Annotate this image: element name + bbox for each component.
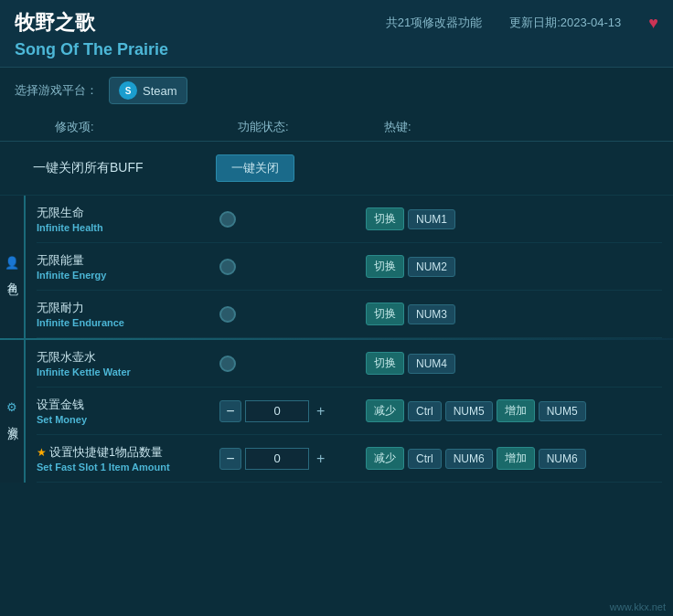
item-cn-health: 无限生命 — [37, 205, 219, 221]
hotkey-health: 切换 NUM1 — [366, 207, 662, 230]
decrement-fastslot-button[interactable]: − — [219, 448, 241, 470]
item-en-kettle: Infinite Kettle Water — [37, 366, 219, 377]
watermark: www.kkx.net — [610, 601, 666, 612]
item-info-fastslot: ★ 设置快捷键1物品数量 Set Fast Slot 1 Item Amount — [37, 444, 219, 473]
character-section: 👤 角色 无限生命 Infinite Health 切换 NUM1 — [0, 196, 673, 338]
character-icon: 👤 — [5, 256, 19, 270]
hotkey-endurance-key[interactable]: NUM3 — [408, 304, 455, 324]
hotkey-fastslot-dec-mod[interactable]: Ctrl — [408, 449, 442, 469]
item-info-health: 无限生命 Infinite Health — [37, 205, 219, 233]
hotkey-energy: 切换 NUM2 — [366, 255, 662, 278]
header: 牧野之歌 共21项修改器功能 更新日期:2023-04-13 ♥ Song Of… — [0, 0, 673, 68]
hotkey-fastslot-dec-key[interactable]: NUM6 — [445, 449, 493, 469]
hotkey-money-inc-action[interactable]: 增加 — [497, 399, 535, 422]
item-info-energy: 无限能量 Infinite Energy — [37, 252, 219, 281]
star-icon: ★ — [37, 446, 47, 459]
item-en-fastslot: Set Fast Slot 1 Item Amount — [37, 462, 219, 473]
hotkey-health-key[interactable]: NUM1 — [408, 209, 455, 229]
hotkey-money-dec-action[interactable]: 减少 — [366, 399, 404, 422]
toggle-energy — [219, 259, 366, 275]
steam-icon: S — [119, 81, 137, 100]
toggle-health — [219, 211, 366, 228]
character-side-tab: 👤 角色 — [0, 196, 26, 338]
hotkey-fastslot: 减少 Ctrl NUM6 增加 NUM6 — [366, 447, 662, 470]
character-label: 角色 — [5, 273, 20, 279]
header-meta: 共21项修改器功能 更新日期:2023-04-13 ♥ — [386, 14, 658, 33]
hotkey-endurance-action[interactable]: 切换 — [366, 303, 404, 325]
list-item: ★ 设置快捷键1物品数量 Set Fast Slot 1 Item Amount… — [37, 435, 662, 483]
plus-sign-money: + — [316, 403, 325, 420]
item-en-energy: Infinite Energy — [37, 270, 219, 281]
hotkey-energy-action[interactable]: 切换 — [366, 255, 404, 278]
toggle-endurance — [219, 306, 366, 323]
platform-steam-button[interactable]: S Steam — [109, 77, 187, 104]
favorite-button[interactable]: ♥ — [648, 14, 658, 33]
hotkey-money-inc-key[interactable]: NUM5 — [539, 401, 586, 421]
hotkey-money-dec-key[interactable]: NUM5 — [445, 401, 493, 421]
list-item: 无限能量 Infinite Energy 切换 NUM2 — [37, 243, 662, 291]
toggle-kettle-circle[interactable] — [219, 356, 236, 372]
col-header-name: 修改项: — [55, 119, 238, 135]
input-group-fastslot: − + — [219, 448, 366, 470]
resources-side-tab: ⚙ 资源 — [0, 340, 26, 483]
hotkey-endurance: 切换 NUM3 — [366, 303, 662, 325]
meta-count: 共21项修改器功能 — [386, 15, 482, 31]
item-cn-energy: 无限能量 — [37, 252, 219, 269]
money-input[interactable] — [245, 400, 309, 422]
item-en-endurance: Infinite Endurance — [37, 317, 219, 328]
main-container: 牧野之歌 共21项修改器功能 更新日期:2023-04-13 ♥ Song Of… — [0, 0, 673, 616]
resources-label: 资源 — [5, 418, 20, 423]
hotkey-health-action[interactable]: 切换 — [366, 207, 404, 230]
toggle-energy-circle[interactable] — [219, 259, 236, 275]
decrement-money-button[interactable]: − — [219, 400, 241, 422]
buff-name: 一键关闭所有BUFF — [33, 160, 216, 176]
col-header-status: 功能状态: — [238, 119, 384, 135]
item-cn-money: 设置金钱 — [37, 397, 219, 413]
hotkey-kettle-action[interactable]: 切换 — [366, 352, 404, 375]
platform-row: 选择游戏平台： S Steam — [0, 68, 673, 113]
item-cn-fastslot: 设置快捷键1物品数量 — [49, 444, 163, 461]
list-item: 无限生命 Infinite Health 切换 NUM1 — [37, 196, 662, 243]
resources-section: ⚙ 资源 无限水壶水 Infinite Kettle Water 切换 NUM4 — [0, 340, 673, 483]
item-info-kettle: 无限水壶水 Infinite Kettle Water — [37, 349, 219, 377]
hotkey-energy-key[interactable]: NUM2 — [408, 257, 455, 277]
item-info-money: 设置金钱 Set Money — [37, 397, 219, 425]
game-title-cn: 牧野之歌 — [15, 9, 95, 37]
col-header-hotkey: 热键: — [384, 119, 658, 135]
toggle-kettle — [219, 356, 366, 372]
hotkey-money-dec-mod[interactable]: Ctrl — [408, 401, 442, 421]
num-input-money-group: − + — [219, 400, 328, 422]
toggle-endurance-circle[interactable] — [219, 306, 236, 323]
hotkey-kettle-key[interactable]: NUM4 — [408, 354, 455, 374]
steam-label: Steam — [143, 84, 177, 98]
item-info-endurance: 无限耐力 Infinite Endurance — [37, 300, 219, 328]
hotkey-kettle: 切换 NUM4 — [366, 352, 662, 375]
hotkey-fastslot-dec-action[interactable]: 减少 — [366, 447, 404, 470]
buff-row: 一键关闭所有BUFF 一键关闭 — [0, 142, 673, 196]
resources-icon: ⚙ — [6, 400, 17, 414]
buff-status: 一键关闭 — [216, 154, 362, 182]
item-en-health: Infinite Health — [37, 222, 219, 233]
resources-rows: 无限水壶水 Infinite Kettle Water 切换 NUM4 设置金钱… — [26, 340, 673, 483]
list-item: 无限耐力 Infinite Endurance 切换 NUM3 — [37, 291, 662, 338]
hotkey-money: 减少 Ctrl NUM5 增加 NUM5 — [366, 399, 662, 422]
list-item: 无限水壶水 Infinite Kettle Water 切换 NUM4 — [37, 340, 662, 388]
item-cn-kettle: 无限水壶水 — [37, 349, 219, 366]
item-cn-fastslot-wrapper: ★ 设置快捷键1物品数量 — [37, 444, 219, 461]
platform-label: 选择游戏平台： — [15, 82, 98, 99]
toggle-health-circle[interactable] — [219, 211, 236, 228]
input-group-money: − + — [219, 400, 366, 422]
fastslot-input[interactable] — [245, 448, 309, 470]
num-input-fastslot-group: − + — [219, 448, 328, 470]
item-cn-endurance: 无限耐力 — [37, 300, 219, 316]
game-title-en: Song Of The Prairie — [15, 40, 658, 59]
table-header: 修改项: 功能状态: 热键: — [0, 113, 673, 142]
meta-date: 更新日期:2023-04-13 — [509, 15, 621, 31]
list-item: 设置金钱 Set Money − + 减少 Ctrl NUM5 增加 NUM5 — [37, 388, 662, 435]
plus-sign-fastslot: + — [316, 451, 325, 467]
close-all-buff-button[interactable]: 一键关闭 — [216, 154, 294, 182]
hotkey-fastslot-inc-key[interactable]: NUM6 — [539, 449, 586, 469]
character-rows: 无限生命 Infinite Health 切换 NUM1 无限能量 Infini… — [26, 196, 673, 338]
item-en-money: Set Money — [37, 414, 219, 425]
hotkey-fastslot-inc-action[interactable]: 增加 — [497, 447, 535, 470]
